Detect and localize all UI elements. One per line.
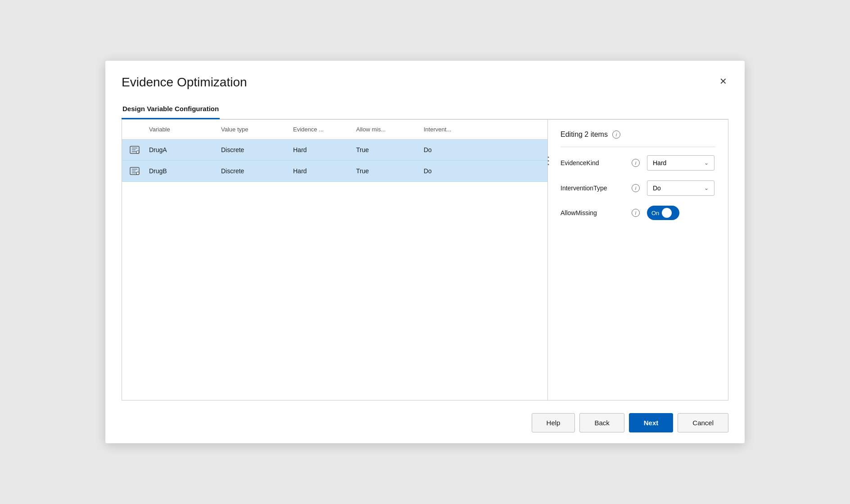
- tab-bar: Design Variable Configuration: [122, 100, 728, 119]
- row-icon-drug-b: [122, 161, 144, 181]
- cell-drug-b-allow-missing: True: [351, 161, 418, 181]
- editing-info-icon[interactable]: i: [612, 130, 620, 139]
- allow-missing-info-icon[interactable]: i: [632, 209, 640, 217]
- content-area: Variable Value type Evidence ... Allow m…: [122, 119, 728, 400]
- col-header-allow-missing: Allow mis...: [351, 120, 418, 139]
- intervention-type-control: Do ⌄: [647, 180, 715, 196]
- col-header-evidence: Evidence ...: [288, 120, 351, 139]
- cell-drug-a-variable: DrugA: [144, 140, 216, 160]
- intervention-type-info-icon[interactable]: i: [632, 184, 640, 192]
- cell-drug-a-evidence: Hard: [288, 140, 351, 160]
- editing-header: Editing 2 items i: [561, 130, 715, 147]
- tab-design-variable-configuration[interactable]: Design Variable Configuration: [122, 100, 220, 119]
- evidence-optimization-dialog: Evidence Optimization × Design Variable …: [105, 61, 745, 443]
- svg-point-10: [136, 172, 139, 175]
- allow-missing-toggle[interactable]: On: [647, 206, 679, 220]
- row-icon-drug-a: ↗: [122, 140, 144, 160]
- toggle-circle: [662, 208, 672, 218]
- close-button[interactable]: ×: [716, 73, 730, 89]
- intervention-type-value: Do: [653, 184, 661, 192]
- table-row[interactable]: DrugB Discrete Hard True Do: [122, 161, 547, 182]
- cell-drug-b-variable: DrugB: [144, 161, 216, 181]
- allow-missing-row: AllowMissing i On: [561, 206, 715, 220]
- variable-icon: [130, 167, 140, 175]
- allow-missing-control: On: [647, 206, 715, 220]
- editing-title: Editing 2 items: [561, 130, 608, 139]
- dialog-title: Evidence Optimization: [122, 75, 728, 90]
- cell-drug-a-value-type: Discrete: [216, 140, 288, 160]
- intervention-type-label: InterventionType: [561, 184, 628, 192]
- right-panel: Editing 2 items i EvidenceKind i Hard ⌄ …: [548, 120, 728, 400]
- evidence-kind-control: Hard ⌄: [647, 155, 715, 171]
- help-button[interactable]: Help: [532, 413, 575, 432]
- evidence-kind-info-icon[interactable]: i: [632, 159, 640, 167]
- evidence-kind-label: EvidenceKind: [561, 159, 628, 166]
- evidence-kind-chevron-icon: ⌄: [704, 160, 709, 166]
- col-header-variable: Variable: [144, 120, 216, 139]
- col-header-value-type: Value type: [216, 120, 288, 139]
- cell-drug-a-allow-missing: True: [351, 140, 418, 160]
- allow-missing-label: AllowMissing: [561, 209, 628, 216]
- table-body: ↗ DrugA Discrete Hard True Do: [122, 140, 547, 400]
- toggle-on-label: On: [651, 210, 659, 216]
- intervention-type-chevron-icon: ⌄: [704, 185, 709, 191]
- cell-drug-b-evidence: Hard: [288, 161, 351, 181]
- back-button[interactable]: Back: [579, 413, 624, 432]
- evidence-kind-select[interactable]: Hard ⌄: [647, 155, 714, 171]
- svg-text:↗: ↗: [137, 151, 139, 154]
- intervention-type-row: InterventionType i Do ⌄: [561, 180, 715, 196]
- col-header-icon: [122, 120, 144, 139]
- variable-icon: ↗: [130, 146, 140, 154]
- cell-drug-b-intervention: Do: [418, 161, 472, 181]
- table-row[interactable]: ↗ DrugA Discrete Hard True Do: [122, 140, 547, 161]
- next-button[interactable]: Next: [629, 413, 674, 432]
- evidence-kind-row: EvidenceKind i Hard ⌄: [561, 155, 715, 171]
- cancel-button[interactable]: Cancel: [678, 413, 728, 432]
- table-header: Variable Value type Evidence ... Allow m…: [122, 120, 547, 140]
- dialog-footer: Help Back Next Cancel: [122, 413, 728, 432]
- evidence-kind-value: Hard: [653, 159, 666, 166]
- intervention-type-select[interactable]: Do ⌄: [647, 180, 714, 196]
- cell-drug-b-value-type: Discrete: [216, 161, 288, 181]
- table-wrapper: ↗ DrugA Discrete Hard True Do: [122, 140, 547, 182]
- table-section: Variable Value type Evidence ... Allow m…: [122, 120, 548, 400]
- cell-drug-a-intervention: Do: [418, 140, 472, 160]
- col-header-intervention: Intervent...: [418, 120, 472, 139]
